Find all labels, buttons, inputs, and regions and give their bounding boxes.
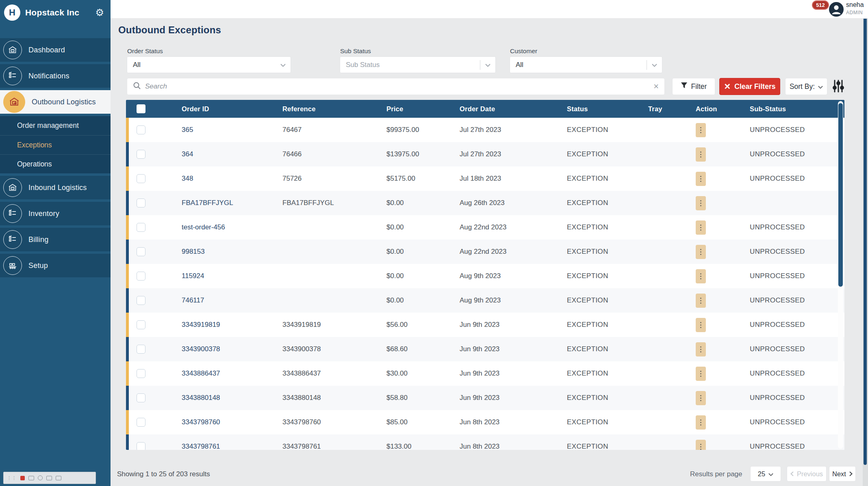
row-actions-menu-icon[interactable] [696,367,706,381]
window-icon[interactable] [46,476,52,480]
adjustments-icon[interactable] [832,79,844,95]
table-row[interactable]: 348 75726 $5175.00 Jul 18th 2023 EXCEPTI… [126,166,844,191]
cell-order-id[interactable]: 3343880148 [182,394,282,402]
checklist-icon [3,230,22,249]
row-actions-menu-icon[interactable] [696,196,706,210]
sidebar-subitem-order-management[interactable]: Order management [0,116,111,135]
column-header-sub-status: Sub-Status [750,105,844,113]
row-checkbox[interactable] [137,174,145,183]
row-actions-menu-icon[interactable] [696,440,706,450]
sidebar-subitem-exceptions[interactable]: Exceptions [0,135,111,154]
sidebar-subitem-operations[interactable]: Operations [0,154,111,173]
row-checkbox[interactable] [137,442,145,450]
cell-order-id[interactable]: 348 [182,175,282,183]
sidebar-item-notifications[interactable]: Notifications [0,64,111,88]
row-actions-menu-icon[interactable] [696,342,706,356]
sidebar-item-setup[interactable]: Setup [0,254,111,277]
row-checkbox[interactable] [137,418,145,427]
table-row[interactable]: 3343886437 3343886437 $30.00 Jun 9th 202… [126,361,844,386]
warehouse-icon [3,178,22,197]
stop-share-icon[interactable] [20,476,25,480]
row-actions-menu-icon[interactable] [696,147,706,162]
row-actions-menu-icon[interactable] [696,123,706,137]
row-actions-menu-icon[interactable] [696,318,706,332]
row-checkbox[interactable] [137,199,145,207]
page-scrollbar-thumb[interactable] [864,0,867,465]
row-actions-menu-icon[interactable] [696,415,706,430]
results-per-page-select[interactable]: 25 [750,466,781,482]
cell-order-id[interactable]: test-order-456 [182,223,282,231]
table-row[interactable]: 998153 $0.00 Aug 22nd 2023 EXCEPTION UNP… [126,240,844,264]
gear-icon[interactable]: ⚙ [95,7,104,18]
table-row[interactable]: 3343798761 3343798761 $133.00 Jun 8th 20… [126,434,844,450]
row-checkbox[interactable] [137,320,145,329]
row-checkbox[interactable] [137,345,145,354]
table-row[interactable]: 3343880148 3343880148 $58.80 Jun 9th 202… [126,386,844,410]
cell-order-id[interactable]: 365 [182,126,282,134]
cell-order-id[interactable]: 3343900378 [182,345,282,353]
sidebar-item-dashboard[interactable]: Dashboard [0,38,111,62]
sidebar-item-billing[interactable]: Billing [0,228,111,251]
row-checkbox[interactable] [137,272,145,281]
order-status-select[interactable]: All [127,56,291,73]
cell-order-id[interactable]: 998153 [182,248,282,256]
row-checkbox[interactable] [137,296,145,305]
row-actions-menu-icon[interactable] [696,294,706,308]
cell-price: $85.00 [386,418,460,426]
next-label: Next [832,470,846,478]
cell-order-id[interactable]: 746117 [182,296,282,305]
chevron-down-icon [485,61,490,69]
monitor-icon[interactable] [56,476,61,480]
cell-order-id[interactable]: 3343798760 [182,418,282,426]
table-row[interactable]: 3343798760 3343798760 $85.00 Jun 8th 202… [126,410,844,434]
cell-order-id[interactable]: 3343886437 [182,369,282,378]
screen-share-toolbar[interactable]: ⋮⋮ [3,472,96,484]
sidebar-item-inbound-logistics[interactable]: Inbound Logistics [0,176,111,199]
previous-page-button[interactable]: Previous [787,466,827,482]
row-actions-menu-icon[interactable] [696,245,706,259]
cell-order-id[interactable]: FBA17BFFJYGL [182,199,282,207]
sidebar-item-inventory[interactable]: Inventory [0,202,111,225]
cell-order-id[interactable]: 364 [182,150,282,158]
row-checkbox[interactable] [137,125,145,134]
cell-order-id[interactable]: 3343919819 [182,321,282,329]
topbar [111,0,868,19]
table-row[interactable]: 364 76466 $13975.00 Jul 27th 2023 EXCEPT… [126,142,844,166]
search-input[interactable] [145,82,653,91]
row-actions-menu-icon[interactable] [696,172,706,186]
avatar[interactable] [829,2,844,17]
drag-handle-icon[interactable]: ⋮⋮ [7,475,17,481]
sub-status-select[interactable]: Sub Status [340,56,496,73]
table-row[interactable]: 746117 $0.00 Aug 9th 2023 EXCEPTION UNPR… [126,288,844,313]
row-checkbox[interactable] [137,393,145,402]
checklist-icon [3,67,22,85]
camera-icon[interactable] [28,476,34,480]
cell-sub-status: UNPROCESSED [750,443,844,450]
row-checkbox[interactable] [137,150,145,159]
row-checkbox[interactable] [137,247,145,256]
clear-filters-button[interactable]: ✕ Clear Filters [719,78,780,95]
row-actions-menu-icon[interactable] [696,220,706,235]
table-row[interactable]: test-order-456 $0.00 Aug 22nd 2023 EXCEP… [126,215,844,240]
filter-button-label: Filter [691,82,707,91]
next-page-button[interactable]: Next [829,466,856,482]
row-checkbox[interactable] [137,369,145,378]
row-actions-menu-icon[interactable] [696,269,706,283]
select-all-checkbox[interactable] [137,104,145,113]
table-row[interactable]: 365 76467 $99375.00 Jul 27th 2023 EXCEPT… [126,118,844,142]
table-row[interactable]: FBA17BFFJYGL FBA17BFFJYGL $0.00 Aug 26th… [126,191,844,215]
filter-button[interactable]: Filter [672,78,715,95]
sidebar-item-outbound-logistics[interactable]: Outbound Logistics [0,90,111,114]
record-icon[interactable] [38,475,43,480]
table-row[interactable]: 3343919819 3343919819 $56.00 Jun 9th 202… [126,313,844,337]
row-checkbox[interactable] [137,223,145,232]
row-actions-menu-icon[interactable] [696,391,706,405]
table-row[interactable]: 3343900378 3343900378 $68.60 Jun 9th 202… [126,337,844,361]
clear-search-icon[interactable]: × [653,82,659,91]
sort-by-button[interactable]: Sort By: [785,78,827,95]
table-row[interactable]: 115924 $0.00 Aug 9th 2023 EXCEPTION UNPR… [126,264,844,288]
cell-order-id[interactable]: 115924 [182,272,282,280]
customer-select[interactable]: All [510,56,662,73]
table-scrollbar-thumb[interactable] [838,103,843,287]
cell-order-id[interactable]: 3343798761 [182,443,282,450]
